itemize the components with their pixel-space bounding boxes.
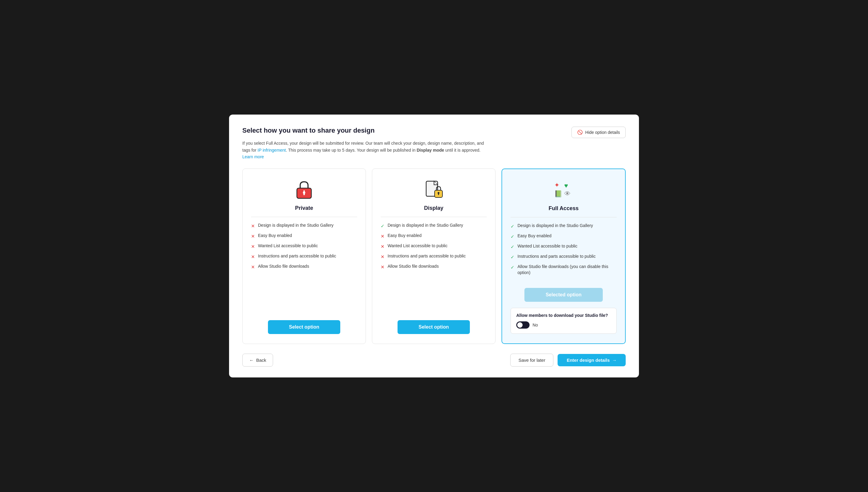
list-item: ✓Wanted List accessible to public [511, 243, 617, 250]
toggle-row: No [516, 321, 611, 328]
download-toggle[interactable] [516, 321, 530, 328]
hide-details-button[interactable]: 🚫 Hide option details [571, 127, 626, 138]
full-access-divider [511, 217, 617, 217]
list-item: ✓Instructions and parts accessible to pu… [511, 253, 617, 260]
ip-infringement-link[interactable]: IP infringement [258, 148, 286, 152]
display-divider [381, 217, 487, 217]
desc-bold: Display mode [417, 148, 444, 152]
list-item: ✕Instructions and parts accessible to pu… [251, 253, 357, 260]
desc-text-3: until it is approved. [444, 148, 481, 152]
svg-text:✦: ✦ [554, 182, 560, 189]
full-access-icon: ✦ ♥ 📗 👁 [553, 179, 575, 200]
full-access-selected-button[interactable]: Selected option [525, 288, 603, 302]
svg-text:♥: ♥ [564, 182, 568, 190]
hide-details-label: Hide option details [585, 130, 620, 135]
back-button[interactable]: ← Back [242, 353, 273, 367]
display-select-button[interactable]: Select option [398, 320, 470, 334]
private-divider [251, 217, 357, 217]
download-box: Allow members to download your Studio fi… [511, 308, 617, 334]
list-item: ✕Wanted List accessible to public [251, 243, 357, 250]
cross-icon: ✕ [381, 264, 385, 270]
list-item: ✕Easy Buy enabled [381, 233, 487, 239]
modal-title: Select how you want to share your design [242, 127, 626, 134]
check-icon: ✓ [381, 223, 385, 229]
list-item: ✕Easy Buy enabled [251, 233, 357, 239]
cross-icon: ✕ [381, 243, 385, 250]
list-item: ✕Allow Studio file downloads [251, 264, 357, 270]
back-arrow-icon: ← [249, 358, 254, 363]
footer-right: Save for later Enter design details → [510, 353, 626, 367]
toggle-label: No [533, 323, 538, 327]
forward-arrow-icon: → [612, 358, 617, 363]
footer-row: ← Back Save for later Enter design detai… [242, 353, 626, 367]
svg-text:📗: 📗 [554, 190, 562, 198]
svg-text:👁: 👁 [564, 191, 570, 198]
svg-point-6 [304, 194, 305, 195]
svg-rect-10 [438, 194, 439, 195]
hide-icon: 🚫 [577, 130, 583, 135]
desc-text-2: . This process may take up to 5 days. Yo… [286, 148, 417, 152]
check-icon: ✓ [511, 254, 514, 260]
check-icon: ✓ [511, 244, 514, 250]
private-card-title: Private [295, 205, 313, 211]
learn-more-link[interactable]: Learn more [242, 154, 264, 159]
enter-details-label: Enter design details [567, 358, 610, 363]
save-later-button[interactable]: Save for later [510, 353, 553, 367]
check-icon: ✓ [511, 233, 514, 240]
list-item: ✓Design is displayed in the Studio Galle… [511, 223, 617, 229]
share-modal: Select how you want to share your design… [229, 115, 639, 377]
cross-icon: ✕ [251, 223, 255, 229]
check-icon: ✓ [511, 264, 514, 270]
back-label: Back [256, 358, 266, 363]
full-access-card: ✦ ♥ 📗 👁 Full Access ✓Design is displayed… [502, 169, 626, 344]
private-select-button[interactable]: Select option [268, 320, 340, 334]
svg-rect-5 [304, 190, 305, 193]
check-icon: ✓ [511, 223, 514, 229]
cross-icon: ✕ [251, 243, 255, 250]
list-item: ✓Design is displayed in the Studio Galle… [381, 222, 487, 229]
display-card: Display ✓Design is displayed in the Stud… [372, 169, 495, 344]
modal-description: If you select Full Access, your design w… [242, 140, 489, 160]
cross-icon: ✕ [381, 253, 385, 260]
download-box-title: Allow members to download your Studio fi… [516, 313, 611, 318]
cross-icon: ✕ [251, 233, 255, 239]
list-item: ✕Design is displayed in the Studio Galle… [251, 222, 357, 229]
full-access-card-title: Full Access [548, 205, 578, 212]
display-card-title: Display [424, 205, 443, 211]
private-card: Private ✕Design is displayed in the Stud… [242, 169, 366, 344]
list-item: ✕Wanted List accessible to public [381, 243, 487, 250]
display-icon [423, 178, 444, 200]
cards-row: Private ✕Design is displayed in the Stud… [242, 169, 626, 344]
display-features-list: ✓Design is displayed in the Studio Galle… [381, 222, 487, 312]
list-item: ✓Easy Buy enabled [511, 233, 617, 240]
list-item: ✓Allow Studio file downloads (you can di… [511, 264, 617, 275]
list-item: ✕Instructions and parts accessible to pu… [381, 253, 487, 260]
list-item: ✕Allow Studio file downloads [381, 264, 487, 270]
private-icon [293, 178, 315, 200]
cross-icon: ✕ [251, 253, 255, 260]
full-access-features-list: ✓Design is displayed in the Studio Galle… [511, 223, 617, 279]
private-features-list: ✕Design is displayed in the Studio Galle… [251, 222, 357, 312]
cross-icon: ✕ [251, 264, 255, 270]
enter-details-button[interactable]: Enter design details → [558, 354, 626, 366]
cross-icon: ✕ [381, 233, 385, 239]
